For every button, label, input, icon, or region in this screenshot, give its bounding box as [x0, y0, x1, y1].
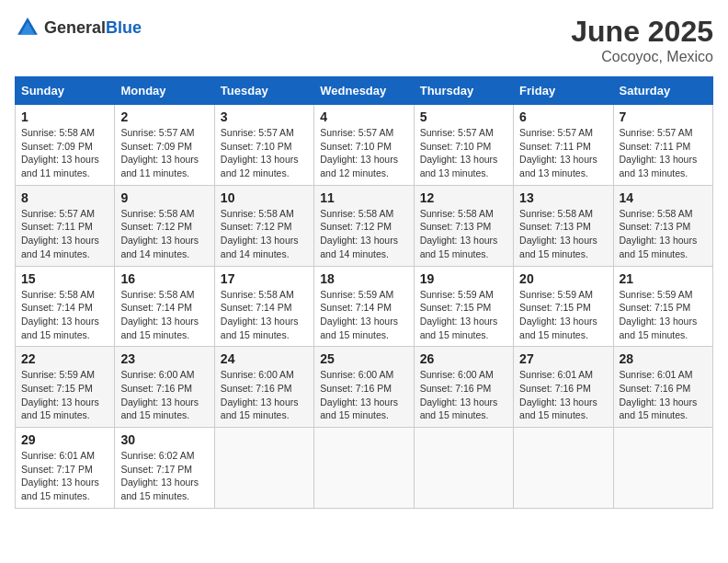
- calendar-week-row: 29 Sunrise: 6:01 AMSunset: 7:17 PMDaylig…: [16, 428, 713, 509]
- table-row: 10 Sunrise: 5:58 AMSunset: 7:12 PMDaylig…: [214, 185, 313, 266]
- table-row: 9 Sunrise: 5:58 AMSunset: 7:12 PMDayligh…: [115, 185, 214, 266]
- day-number: 9: [120, 190, 208, 205]
- table-row: 5 Sunrise: 5:57 AMSunset: 7:10 PMDayligh…: [414, 105, 513, 186]
- table-row: [314, 428, 414, 509]
- table-row: 3 Sunrise: 5:57 AMSunset: 7:10 PMDayligh…: [214, 105, 313, 186]
- col-sunday: Sunday: [16, 77, 115, 105]
- day-info: Sunrise: 5:58 AMSunset: 7:14 PMDaylight:…: [120, 288, 208, 342]
- logo: GeneralBlue: [15, 15, 142, 40]
- day-info: Sunrise: 5:57 AMSunset: 7:10 PMDaylight:…: [221, 126, 308, 180]
- day-info: Sunrise: 5:58 AMSunset: 7:12 PMDaylight:…: [221, 207, 308, 261]
- day-info: Sunrise: 6:00 AMSunset: 7:16 PMDaylight:…: [320, 368, 407, 422]
- day-number: 2: [120, 109, 208, 124]
- table-row: [514, 428, 613, 509]
- day-number: 1: [21, 109, 108, 124]
- day-number: 17: [221, 271, 308, 286]
- day-info: Sunrise: 5:59 AMSunset: 7:15 PMDaylight:…: [519, 288, 607, 342]
- table-row: 13 Sunrise: 5:58 AMSunset: 7:13 PMDaylig…: [514, 185, 613, 266]
- day-info: Sunrise: 6:00 AMSunset: 7:16 PMDaylight:…: [120, 368, 208, 422]
- day-number: 18: [320, 271, 407, 286]
- day-info: Sunrise: 5:57 AMSunset: 7:09 PMDaylight:…: [120, 126, 208, 180]
- col-wednesday: Wednesday: [314, 77, 414, 105]
- day-info: Sunrise: 6:01 AMSunset: 7:17 PMDaylight:…: [21, 449, 108, 503]
- table-row: 29 Sunrise: 6:01 AMSunset: 7:17 PMDaylig…: [16, 428, 115, 509]
- table-row: 26 Sunrise: 6:00 AMSunset: 7:16 PMDaylig…: [414, 347, 513, 428]
- day-number: 12: [420, 190, 507, 205]
- day-info: Sunrise: 5:58 AMSunset: 7:14 PMDaylight:…: [21, 288, 108, 342]
- day-info: Sunrise: 5:57 AMSunset: 7:10 PMDaylight:…: [320, 126, 407, 180]
- table-row: 14 Sunrise: 5:58 AMSunset: 7:13 PMDaylig…: [613, 185, 712, 266]
- day-number: 29: [21, 432, 108, 447]
- day-number: 21: [620, 271, 707, 286]
- table-row: 6 Sunrise: 5:57 AMSunset: 7:11 PMDayligh…: [514, 105, 613, 186]
- day-number: 16: [120, 271, 208, 286]
- day-number: 3: [221, 109, 308, 124]
- calendar-subtitle: Cocoyoc, Mexico: [571, 49, 713, 65]
- table-row: [414, 428, 513, 509]
- table-row: 28 Sunrise: 6:01 AMSunset: 7:16 PMDaylig…: [613, 347, 712, 428]
- day-info: Sunrise: 5:57 AMSunset: 7:11 PMDaylight:…: [21, 207, 108, 261]
- table-row: 11 Sunrise: 5:58 AMSunset: 7:12 PMDaylig…: [314, 185, 414, 266]
- calendar-week-row: 1 Sunrise: 5:58 AMSunset: 7:09 PMDayligh…: [16, 105, 713, 186]
- table-row: 30 Sunrise: 6:02 AMSunset: 7:17 PMDaylig…: [115, 428, 214, 509]
- day-number: 7: [620, 109, 707, 124]
- day-number: 24: [221, 351, 308, 366]
- title-block: June 2025 Cocoyoc, Mexico: [571, 15, 713, 65]
- col-friday: Friday: [514, 77, 613, 105]
- day-info: Sunrise: 6:00 AMSunset: 7:16 PMDaylight:…: [221, 368, 308, 422]
- table-row: 4 Sunrise: 5:57 AMSunset: 7:10 PMDayligh…: [314, 105, 414, 186]
- day-info: Sunrise: 5:58 AMSunset: 7:09 PMDaylight:…: [21, 126, 108, 180]
- table-row: 23 Sunrise: 6:00 AMSunset: 7:16 PMDaylig…: [115, 347, 214, 428]
- table-row: 27 Sunrise: 6:01 AMSunset: 7:16 PMDaylig…: [514, 347, 613, 428]
- day-info: Sunrise: 6:01 AMSunset: 7:16 PMDaylight:…: [519, 368, 607, 422]
- day-info: Sunrise: 6:01 AMSunset: 7:16 PMDaylight:…: [620, 368, 707, 422]
- day-info: Sunrise: 5:58 AMSunset: 7:12 PMDaylight:…: [320, 207, 407, 261]
- day-info: Sunrise: 5:58 AMSunset: 7:12 PMDaylight:…: [120, 207, 208, 261]
- table-row: [214, 428, 313, 509]
- col-monday: Monday: [115, 77, 214, 105]
- day-info: Sunrise: 5:58 AMSunset: 7:13 PMDaylight:…: [620, 207, 707, 261]
- day-number: 15: [21, 271, 108, 286]
- table-row: 18 Sunrise: 5:59 AMSunset: 7:14 PMDaylig…: [314, 266, 414, 347]
- day-number: 5: [420, 109, 507, 124]
- table-row: 7 Sunrise: 5:57 AMSunset: 7:11 PMDayligh…: [613, 105, 712, 186]
- table-row: 24 Sunrise: 6:00 AMSunset: 7:16 PMDaylig…: [214, 347, 313, 428]
- table-row: 19 Sunrise: 5:59 AMSunset: 7:15 PMDaylig…: [414, 266, 513, 347]
- day-info: Sunrise: 5:59 AMSunset: 7:15 PMDaylight:…: [620, 288, 707, 342]
- day-number: 11: [320, 190, 407, 205]
- day-info: Sunrise: 5:59 AMSunset: 7:15 PMDaylight:…: [21, 368, 108, 422]
- day-number: 22: [21, 351, 108, 366]
- table-row: 25 Sunrise: 6:00 AMSunset: 7:16 PMDaylig…: [314, 347, 414, 428]
- table-row: [613, 428, 712, 509]
- day-info: Sunrise: 5:59 AMSunset: 7:14 PMDaylight:…: [320, 288, 407, 342]
- day-number: 25: [320, 351, 407, 366]
- day-info: Sunrise: 5:57 AMSunset: 7:11 PMDaylight:…: [620, 126, 707, 180]
- day-info: Sunrise: 6:02 AMSunset: 7:17 PMDaylight:…: [120, 449, 208, 503]
- day-info: Sunrise: 5:58 AMSunset: 7:14 PMDaylight:…: [221, 288, 308, 342]
- table-row: 16 Sunrise: 5:58 AMSunset: 7:14 PMDaylig…: [115, 266, 214, 347]
- logo-icon: [15, 15, 40, 40]
- day-number: 4: [320, 109, 407, 124]
- day-number: 6: [519, 109, 607, 124]
- logo-text: GeneralBlue: [44, 18, 142, 38]
- header-row: Sunday Monday Tuesday Wednesday Thursday…: [16, 77, 713, 105]
- table-row: 2 Sunrise: 5:57 AMSunset: 7:09 PMDayligh…: [115, 105, 214, 186]
- day-info: Sunrise: 6:00 AMSunset: 7:16 PMDaylight:…: [420, 368, 507, 422]
- table-row: 22 Sunrise: 5:59 AMSunset: 7:15 PMDaylig…: [16, 347, 115, 428]
- table-row: 1 Sunrise: 5:58 AMSunset: 7:09 PMDayligh…: [16, 105, 115, 186]
- day-number: 19: [420, 271, 507, 286]
- day-number: 23: [120, 351, 208, 366]
- table-row: 20 Sunrise: 5:59 AMSunset: 7:15 PMDaylig…: [514, 266, 613, 347]
- calendar-week-row: 22 Sunrise: 5:59 AMSunset: 7:15 PMDaylig…: [16, 347, 713, 428]
- table-row: 17 Sunrise: 5:58 AMSunset: 7:14 PMDaylig…: [214, 266, 313, 347]
- table-row: 21 Sunrise: 5:59 AMSunset: 7:15 PMDaylig…: [613, 266, 712, 347]
- day-info: Sunrise: 5:58 AMSunset: 7:13 PMDaylight:…: [519, 207, 607, 261]
- day-number: 14: [620, 190, 707, 205]
- day-info: Sunrise: 5:57 AMSunset: 7:10 PMDaylight:…: [420, 126, 507, 180]
- day-number: 20: [519, 271, 607, 286]
- col-tuesday: Tuesday: [214, 77, 313, 105]
- day-info: Sunrise: 5:58 AMSunset: 7:13 PMDaylight:…: [420, 207, 507, 261]
- day-number: 27: [519, 351, 607, 366]
- calendar-table: Sunday Monday Tuesday Wednesday Thursday…: [15, 76, 713, 509]
- day-number: 30: [120, 432, 208, 447]
